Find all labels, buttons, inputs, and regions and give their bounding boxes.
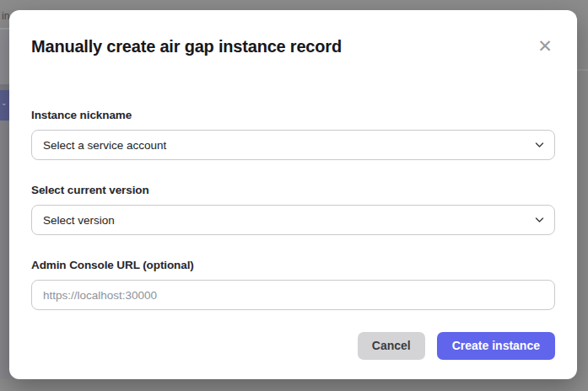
version-select-wrap: Select version <box>31 205 555 235</box>
service-account-select[interactable]: Select a service account <box>31 130 555 160</box>
close-icon[interactable]: ✕ <box>535 36 555 56</box>
modal-title: Manually create air gap instance record <box>31 35 342 57</box>
service-account-select-wrap: Select a service account <box>31 130 555 160</box>
admin-console-url-label: Admin Console URL (optional) <box>31 259 555 271</box>
field-group-current-version: Select current version Select version <box>31 184 555 235</box>
admin-console-url-input[interactable] <box>31 280 555 310</box>
modal-form: Instance nickname Select a service accou… <box>9 109 577 310</box>
background-right-line <box>577 69 588 71</box>
create-airgap-instance-modal: Manually create air gap instance record … <box>9 10 577 379</box>
field-group-admin-console-url: Admin Console URL (optional) <box>31 259 555 310</box>
create-instance-button[interactable]: Create instance <box>437 332 555 360</box>
background-partial-text: in <box>2 10 9 22</box>
instance-nickname-label: Instance nickname <box>31 109 555 121</box>
cancel-button[interactable]: Cancel <box>358 332 425 360</box>
admin-console-url-wrap <box>31 280 555 310</box>
version-select[interactable]: Select version <box>31 205 555 235</box>
modal-footer: Cancel Create instance <box>9 332 577 360</box>
field-group-instance-nickname: Instance nickname Select a service accou… <box>31 109 555 160</box>
chevron-down-icon: ⌄ <box>1 99 8 107</box>
current-version-label: Select current version <box>31 184 555 196</box>
modal-header: Manually create air gap instance record … <box>9 10 577 57</box>
